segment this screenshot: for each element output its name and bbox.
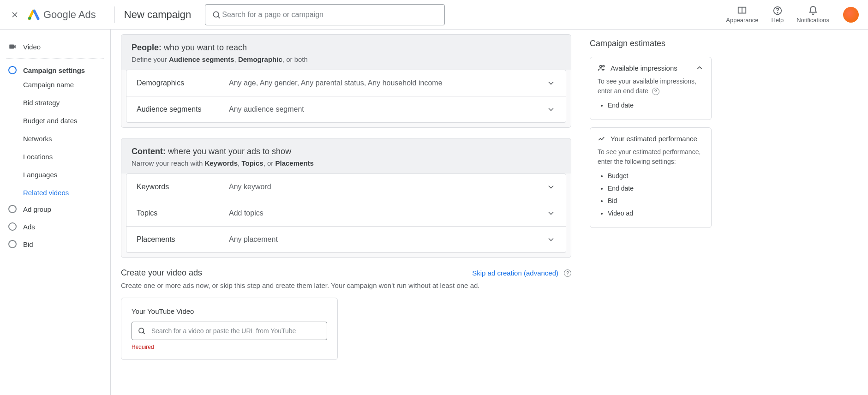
subnav-languages[interactable]: Languages [23, 171, 110, 179]
step-circle-icon [8, 66, 17, 74]
topics-value: Add topics [229, 209, 546, 217]
topics-row[interactable]: Topics Add topics [126, 200, 566, 227]
appearance-button[interactable]: Appearance [726, 6, 758, 24]
sidebar-campaign-settings[interactable]: Campaign settings [0, 61, 110, 79]
available-impressions-header[interactable]: Available impressions [598, 64, 704, 72]
account-area[interactable] [843, 7, 859, 23]
perf-req-video-ad: Video ad [608, 209, 704, 218]
sidebar-ad-group[interactable]: Ad group [0, 200, 110, 218]
subnav-campaign-name[interactable]: Campaign name [23, 81, 110, 89]
audience-label: Audience segments [137, 105, 229, 114]
avatar[interactable] [843, 7, 859, 23]
youtube-search-input[interactable] [150, 327, 321, 335]
trend-icon [598, 134, 606, 143]
content-subtitle: Narrow your reach with Keywords, Topics,… [132, 159, 561, 167]
estimated-performance-body: To see your estimated performance, enter… [598, 147, 704, 218]
video-icon [8, 42, 17, 51]
sidebar-video[interactable]: Video [0, 38, 110, 55]
chevron-down-icon [546, 78, 556, 88]
perf-req-bid: Bid [608, 196, 704, 206]
subnav-related-videos[interactable]: Related videos [23, 189, 110, 197]
svg-rect-5 [9, 45, 14, 49]
subnav-locations[interactable]: Locations [23, 153, 110, 161]
subnav-networks[interactable]: Networks [23, 135, 110, 143]
content-card-header: Content: where you want your ads to show… [121, 138, 571, 174]
product-logo: Google Ads [28, 9, 96, 21]
video-ads-section: Create your video ads Skip ad creation (… [121, 268, 571, 360]
chevron-up-icon [695, 64, 704, 72]
audience-value: Any audience segment [229, 105, 546, 114]
search-icon [138, 327, 146, 335]
people-rows: Demographics Any age, Any gender, Any pa… [126, 70, 566, 123]
chevron-down-icon [546, 235, 556, 244]
sidebar-bid[interactable]: Bid [0, 235, 110, 253]
product-name: Google Ads [43, 9, 96, 21]
youtube-search-box[interactable] [132, 322, 327, 340]
step-circle-icon [8, 205, 17, 213]
perf-req-end-date: End date [608, 184, 704, 193]
content-card: Content: where you want your ads to show… [121, 138, 571, 258]
sidebar-ads[interactable]: Ads [0, 218, 110, 235]
youtube-card-title: Your YouTube Video [132, 307, 327, 315]
skip-ad-creation-label: Skip ad creation (advanced) [472, 269, 558, 277]
campaign-settings-subnav: Campaign name Bid strategy Budget and da… [0, 79, 110, 200]
sidebar-ad-group-label: Ad group [23, 205, 51, 213]
content-rows: Keywords Any keyword Topics Add topics P… [126, 174, 566, 253]
estimated-performance-header[interactable]: Your estimated performance [598, 134, 704, 143]
placements-row[interactable]: Placements Any placement [126, 227, 566, 252]
perf-req-budget: Budget [608, 171, 704, 181]
required-hint: Required [132, 344, 327, 350]
appearance-label: Appearance [726, 17, 758, 24]
topics-label: Topics [137, 209, 229, 217]
svg-point-8 [603, 65, 605, 67]
notifications-button[interactable]: Notifications [796, 6, 829, 24]
divider [114, 6, 115, 23]
svg-point-6 [139, 328, 144, 333]
header-tools: Appearance Help Notifications [726, 6, 829, 24]
demographics-row[interactable]: Demographics Any age, Any gender, Any pa… [126, 70, 566, 96]
placements-label: Placements [137, 235, 229, 244]
available-impressions-body: To see your available impressions, enter… [598, 77, 704, 110]
impressions-req-end-date: End date [608, 101, 704, 110]
video-ads-title: Create your video ads [121, 268, 202, 278]
app-header: Google Ads New campaign Appearance Help … [0, 0, 868, 30]
ads-logo-icon [28, 9, 40, 21]
demographics-value: Any age, Any gender, Any parental status… [229, 79, 546, 87]
step-circle-icon [8, 240, 17, 248]
help-button[interactable]: Help [771, 6, 784, 24]
available-impressions-title: Available impressions [611, 64, 677, 72]
estimates-panel: Campaign estimates Available impressions… [581, 30, 720, 395]
svg-point-4 [777, 12, 778, 13]
global-search[interactable] [205, 4, 445, 25]
people-card-header: People: who you want to reach Define you… [121, 35, 571, 70]
people-subtitle: Define your Audience segments, Demograph… [132, 55, 561, 63]
video-ads-header: Create your video ads Skip ad creation (… [121, 268, 571, 278]
chevron-down-icon [546, 182, 556, 192]
placements-value: Any placement [229, 235, 546, 244]
close-button[interactable] [9, 9, 20, 20]
svg-point-7 [600, 66, 602, 68]
content-title: Content: where you want your ads to show [132, 147, 561, 156]
appearance-icon [737, 6, 747, 16]
subnav-budget-dates[interactable]: Budget and dates [23, 117, 110, 125]
sidebar-campaign-settings-label: Campaign settings [23, 66, 85, 74]
help-icon[interactable]: ? [652, 88, 659, 95]
step-circle-icon [8, 222, 17, 231]
search-icon [212, 10, 221, 19]
keywords-label: Keywords [137, 183, 229, 191]
sidebar-ads-label: Ads [23, 223, 35, 231]
keywords-row[interactable]: Keywords Any keyword [126, 174, 566, 200]
help-icon[interactable]: ? [564, 269, 571, 277]
sidebar-bid-label: Bid [23, 240, 33, 248]
audience-row[interactable]: Audience segments Any audience segment [126, 96, 566, 122]
people-card: People: who you want to reach Define you… [121, 34, 571, 128]
estimated-performance-card: Your estimated performance To see your e… [590, 127, 712, 228]
global-search-input[interactable] [221, 10, 438, 19]
subnav-bid-strategy[interactable]: Bid strategy [23, 99, 110, 107]
skip-ad-creation-link[interactable]: Skip ad creation (advanced) ? [472, 269, 571, 277]
main-content: People: who you want to reach Define you… [111, 30, 581, 395]
keywords-value: Any keyword [229, 183, 546, 191]
estimated-performance-title: Your estimated performance [611, 135, 697, 143]
video-ads-subtitle: Create one or more ads now, or skip this… [121, 281, 571, 289]
page-title: New campaign [124, 9, 192, 21]
